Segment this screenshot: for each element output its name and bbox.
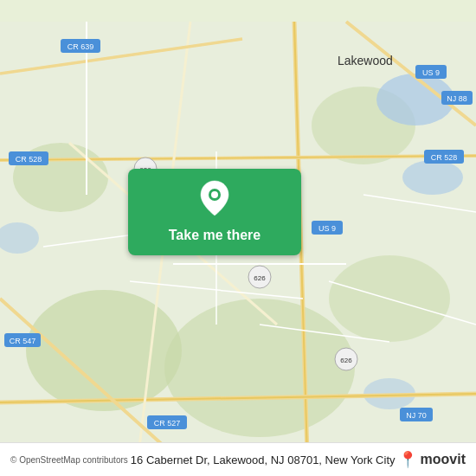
svg-text:CR 527: CR 527 — [154, 419, 181, 428]
svg-text:CR 528: CR 528 — [431, 153, 458, 162]
take-me-there-button[interactable]: Take me there — [128, 169, 301, 255]
svg-text:US 9: US 9 — [422, 68, 440, 77]
pin-area — [189, 169, 241, 222]
button-label: Take me there — [155, 222, 274, 255]
osm-copyright: © OpenStreetMap contributors — [10, 455, 128, 465]
svg-point-7 — [402, 160, 463, 195]
svg-point-55 — [211, 191, 218, 198]
svg-text:CR 547: CR 547 — [10, 337, 36, 345]
svg-text:NJ 88: NJ 88 — [447, 94, 467, 103]
svg-text:CR 528: CR 528 — [16, 155, 42, 164]
svg-text:Lakewood: Lakewood — [338, 54, 393, 68]
moovit-brand-text: moovit — [421, 452, 466, 467]
location-pin-icon — [199, 179, 230, 217]
svg-text:US 9: US 9 — [318, 224, 336, 233]
svg-point-2 — [164, 299, 355, 437]
moovit-logo: 📍 moovit — [398, 450, 466, 469]
address-text: 16 Cabernet Dr, Lakewood, NJ 08701, New … — [131, 453, 396, 466]
svg-text:NJ 70: NJ 70 — [406, 411, 427, 420]
footer-bar: © OpenStreetMap contributors 16 Cabernet… — [0, 442, 476, 476]
footer-left: © OpenStreetMap contributors — [10, 455, 128, 465]
svg-text:626: 626 — [340, 357, 352, 364]
map-container: CR 639 CR 528 CR 528 US 9 US 9 NJ 88 626… — [0, 0, 476, 476]
svg-text:CR 639: CR 639 — [68, 42, 94, 51]
moovit-pin-icon: 📍 — [398, 450, 417, 469]
svg-text:626: 626 — [254, 274, 266, 282]
